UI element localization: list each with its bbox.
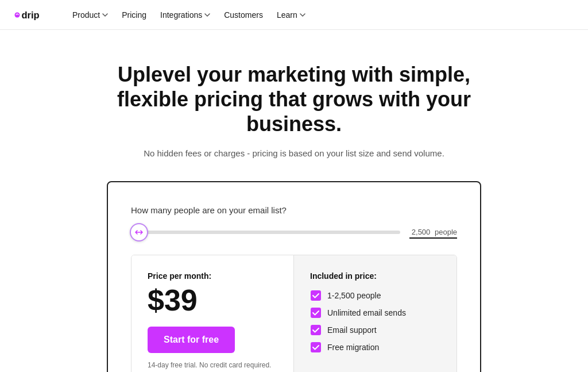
nav-link-pricing[interactable]: Pricing bbox=[116, 7, 152, 23]
chevron-down-icon bbox=[300, 12, 305, 18]
check-icon bbox=[310, 342, 322, 353]
slider-number: 2,500 bbox=[412, 228, 431, 236]
pricing-container: How many people are on your email list? … bbox=[107, 181, 481, 372]
feature-text: Email support bbox=[327, 325, 377, 335]
feature-list: 1-2,500 people Unlimited email sends bbox=[310, 290, 440, 353]
slider-row: 2,500 people bbox=[131, 227, 457, 239]
nav-label-integrations: Integrations bbox=[160, 10, 202, 20]
slider-label: How many people are on your email list? bbox=[131, 205, 457, 215]
nav-item-customers[interactable]: Customers bbox=[218, 7, 269, 23]
nav-label-customers: Customers bbox=[224, 10, 263, 20]
nav-links: Product Pricing Integrations Customers L… bbox=[67, 7, 311, 23]
chevron-down-icon bbox=[102, 12, 108, 18]
slider-value-display: 2,500 people bbox=[409, 227, 457, 239]
svg-text:drip: drip bbox=[22, 10, 40, 20]
slider-track[interactable] bbox=[131, 231, 400, 234]
check-icon bbox=[310, 307, 322, 319]
nav-link-product[interactable]: Product bbox=[67, 7, 114, 23]
svg-rect-3 bbox=[311, 308, 321, 318]
nav-link-customers[interactable]: Customers bbox=[218, 7, 269, 23]
feature-text: 1-2,500 people bbox=[327, 291, 381, 300]
nav-label-pricing: Pricing bbox=[122, 10, 146, 20]
resize-horizontal-icon bbox=[135, 228, 143, 236]
check-icon bbox=[310, 290, 322, 301]
list-item: Unlimited email sends bbox=[310, 307, 440, 319]
nav-link-learn[interactable]: Learn bbox=[271, 7, 311, 23]
list-item: Free migration bbox=[310, 342, 440, 353]
people-label: people bbox=[432, 228, 457, 236]
nav-item-pricing[interactable]: Pricing bbox=[116, 7, 152, 23]
check-icon bbox=[310, 324, 322, 336]
hero-subtitle: No hidden fees or charges - pricing is b… bbox=[107, 148, 481, 158]
feature-text-free-migration: Free migration bbox=[327, 343, 379, 352]
slider-thumb[interactable] bbox=[130, 223, 148, 241]
logo[interactable]: drip bbox=[14, 8, 48, 22]
nav-item-learn[interactable]: Learn bbox=[271, 7, 311, 23]
svg-rect-2 bbox=[311, 290, 321, 301]
price-amount: $39 bbox=[148, 285, 277, 315]
feature-text: Unlimited email sends bbox=[327, 308, 406, 317]
svg-rect-5 bbox=[311, 342, 321, 352]
chevron-down-icon bbox=[204, 12, 210, 18]
nav-label-learn: Learn bbox=[277, 10, 297, 20]
list-item: Email support bbox=[310, 324, 440, 336]
list-item: 1-2,500 people bbox=[310, 290, 440, 301]
svg-point-1 bbox=[15, 12, 20, 17]
price-per-month-label: Price per month: bbox=[148, 271, 277, 281]
nav-label-product: Product bbox=[72, 10, 100, 20]
trial-note: 14-day free trial. No credit card requir… bbox=[148, 361, 277, 369]
price-left-panel: Price per month: $39 Start for free 14-d… bbox=[131, 255, 294, 372]
svg-rect-4 bbox=[311, 325, 321, 335]
nav-item-product[interactable]: Product bbox=[67, 7, 114, 23]
start-for-free-button[interactable]: Start for free bbox=[148, 327, 235, 353]
nav-link-integrations[interactable]: Integrations bbox=[154, 7, 216, 23]
nav-item-integrations[interactable]: Integrations bbox=[154, 7, 216, 23]
price-right-panel: Included in price: 1-2,500 people bbox=[294, 255, 457, 372]
price-grid: Price per month: $39 Start for free 14-d… bbox=[131, 255, 457, 372]
navigation: drip Product Pricing Integrations bbox=[0, 0, 588, 30]
main-content: Uplevel your marketing with simple, flex… bbox=[93, 30, 495, 372]
included-label: Included in price: bbox=[310, 271, 440, 281]
hero-title: Uplevel your marketing with simple, flex… bbox=[107, 62, 481, 137]
